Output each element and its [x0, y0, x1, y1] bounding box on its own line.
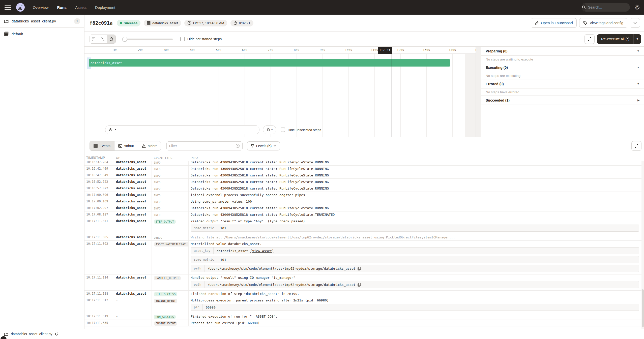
log-row[interactable]: 10:17:11.319-RUN_SUCCESSFinished executi…: [84, 313, 642, 320]
step-selector-input[interactable]: [114, 128, 256, 132]
refresh-icon[interactable]: [55, 332, 58, 336]
log-op: databricks_asset: [114, 192, 152, 198]
gantt-scrollbar[interactable]: [476, 47, 481, 137]
waterfall-view-icon[interactable]: [98, 35, 107, 43]
caret-down-icon[interactable]: ▼: [637, 82, 639, 85]
sidebar-item-default[interactable]: default: [0, 28, 84, 40]
copy-icon[interactable]: [358, 267, 361, 270]
clear-filter-icon[interactable]: [236, 144, 240, 148]
open-in-launchpad-button[interactable]: Open in Launchpad: [531, 18, 577, 28]
hamburger-icon[interactable]: [5, 5, 11, 10]
log-row[interactable]: 10:17:11.092databricks_assetASSET_MATERI…: [84, 241, 642, 274]
dagster-logo[interactable]: [16, 3, 25, 12]
logs-fullscreen-button[interactable]: [631, 141, 641, 151]
gantt-cursor-badge: 117.3s: [378, 47, 392, 54]
log-event-type: ASSET_MATERIALIZAT…: [152, 241, 189, 274]
levels-dropdown-button[interactable]: Levels (6): [247, 141, 280, 150]
nav-item-overview[interactable]: Overview: [33, 5, 49, 10]
reexecute-all-button[interactable]: Re-execute all (*) ▼: [597, 34, 641, 44]
timed-view-icon[interactable]: [107, 35, 115, 43]
log-event-type: ENGINE_EVENT: [152, 320, 189, 326]
metadata-entry: some_metric101: [191, 256, 639, 263]
metadata-value-text: 66980: [206, 305, 216, 309]
path-link[interactable]: /Users/smackesey/stm/code/elementl/oss/t…: [208, 267, 356, 270]
nav-item-deployment[interactable]: Deployment: [95, 5, 115, 10]
log-row[interactable]: 10:17:00.109databricks_assetINFOUsing so…: [84, 198, 642, 205]
search-input[interactable]: [586, 5, 636, 9]
log-info: Handled output "result" using IO manager…: [189, 274, 642, 290]
log-info: Finished execution of step "databricks_a…: [189, 291, 642, 297]
axis-tick-label: 10s: [112, 48, 118, 52]
gantt-step-bar[interactable]: databricks_asset: [89, 59, 450, 67]
view-asset-link[interactable]: [View Asset]: [250, 249, 274, 253]
status-section-header-0[interactable]: Preparing (0)▼: [481, 47, 644, 56]
log-row[interactable]: 10:17:11.335-ENGINE_EVENTProcess for run…: [84, 320, 642, 326]
log-filter-input[interactable]: [169, 144, 233, 148]
hide-unselected-checkbox[interactable]: [281, 128, 285, 132]
log-op: -: [114, 297, 152, 313]
footer-file-label: databricks_asset_client.py: [11, 332, 52, 336]
caret-down-icon[interactable]: ▼: [637, 66, 639, 69]
log-row[interactable]: 10:17:11.085databricks_assetDEBUGWriting…: [84, 234, 642, 241]
caret-right-icon[interactable]: ▶: [637, 99, 639, 102]
metadata-value-text: databricks_asset: [217, 249, 248, 253]
log-event-type: INFO: [152, 179, 189, 185]
tab-stdout[interactable]: stdout: [114, 141, 138, 150]
status-section-header-3[interactable]: Succeeded (1)▶: [481, 96, 644, 105]
log-row[interactable]: 10:17:11.118databricks_assetSTEP_SUCCESS…: [84, 291, 642, 297]
pencil-icon: [535, 21, 539, 25]
log-row[interactable]: 10:17:11.312-ENGINE_EVENTMultiprocess ex…: [84, 297, 642, 313]
status-section-header-2[interactable]: Errored (0)▼: [481, 79, 644, 88]
copy-icon[interactable]: [358, 283, 361, 287]
log-row[interactable]: 10:17:11.114databricks_assetHANDLED_OUTP…: [84, 274, 642, 291]
log-row[interactable]: 10:17:11.071databricks_assetSTEP_OUTPUTY…: [84, 218, 642, 234]
step-query-toggle-button[interactable]: ^: [263, 125, 276, 134]
status-section-header-1[interactable]: Executing (0)▼: [481, 63, 644, 72]
tab-events[interactable]: Events: [90, 141, 114, 150]
log-row[interactable]: 10:16:37.284databricks_assetINFODatabric…: [84, 161, 642, 166]
log-row[interactable]: 10:17:00.096databricks_assetINFO[pipes] …: [84, 192, 642, 198]
metadata-entries: asset_keydatabricks_asset[View Asset]som…: [191, 247, 639, 272]
log-timestamp: 10:17:11.071: [84, 218, 114, 234]
log-timestamp: 10:16:52.722: [84, 179, 114, 185]
tab-stderr[interactable]: stderr: [138, 141, 161, 150]
gantt-zoom-slider[interactable]: [122, 35, 173, 43]
asset-tag[interactable]: databricks_asset: [144, 20, 181, 26]
nav-item-assets[interactable]: Assets: [75, 5, 86, 10]
tab-label: stdout: [124, 144, 134, 148]
metadata-value: 66980: [203, 304, 639, 311]
gantt-fullscreen-button[interactable]: [584, 34, 595, 44]
log-timestamp: 10:17:11.092: [84, 241, 114, 274]
sidebar-item-code-location[interactable]: databricks_asset_client.py 1: [0, 15, 84, 28]
path-link[interactable]: /Users/smackesey/stm/code/elementl/oss/t…: [208, 283, 356, 287]
log-row[interactable]: 10:17:02.997databricks_assetINFODatabric…: [84, 205, 642, 211]
log-scrollbar[interactable]: [641, 161, 644, 329]
duration-tag: 0:02:21: [230, 20, 253, 26]
log-row[interactable]: 10:16:52.722databricks_assetINFODatabric…: [84, 179, 642, 185]
event-type-badge: INFO: [154, 168, 161, 171]
reexecute-dropdown-caret[interactable]: ▼: [633, 34, 641, 44]
log-op: databricks_asset: [114, 241, 152, 274]
view-tags-config-button[interactable]: View tags and config: [579, 18, 627, 28]
axis-tick-label: 20s: [138, 48, 143, 52]
log-info: Multiprocess executor: parent process ex…: [189, 297, 642, 313]
global-search[interactable]: /: [582, 3, 630, 12]
log-row[interactable]: 10:16:42.409databricks_assetINFODatabric…: [84, 166, 642, 172]
flat-view-icon[interactable]: [90, 35, 98, 43]
axis-tick-label: 60s: [242, 48, 247, 52]
log-row[interactable]: 10:17:08.187databricks_assetINFODatabric…: [84, 211, 642, 218]
status-section-empty-text: No steps have errored: [481, 88, 644, 96]
log-row[interactable]: 10:16:47.549databricks_assetINFODatabric…: [84, 172, 642, 179]
layers-icon: [267, 128, 270, 132]
folder-icon: [4, 332, 8, 336]
event-type-badge: HANDLED_OUTPUT: [154, 276, 181, 280]
gantt-view-mode-group: [90, 35, 116, 44]
event-type-badge: INFO: [154, 187, 161, 191]
axis-tick-label: 80s: [294, 48, 299, 52]
hide-not-started-checkbox[interactable]: [180, 37, 185, 41]
run-actions-dropdown-button[interactable]: [630, 18, 640, 28]
log-row[interactable]: 10:16:57.872databricks_assetINFODatabric…: [84, 185, 642, 192]
nav-item-runs[interactable]: Runs: [57, 5, 67, 10]
slider-knob[interactable]: [122, 37, 127, 42]
caret-down-icon[interactable]: ▼: [637, 50, 639, 52]
